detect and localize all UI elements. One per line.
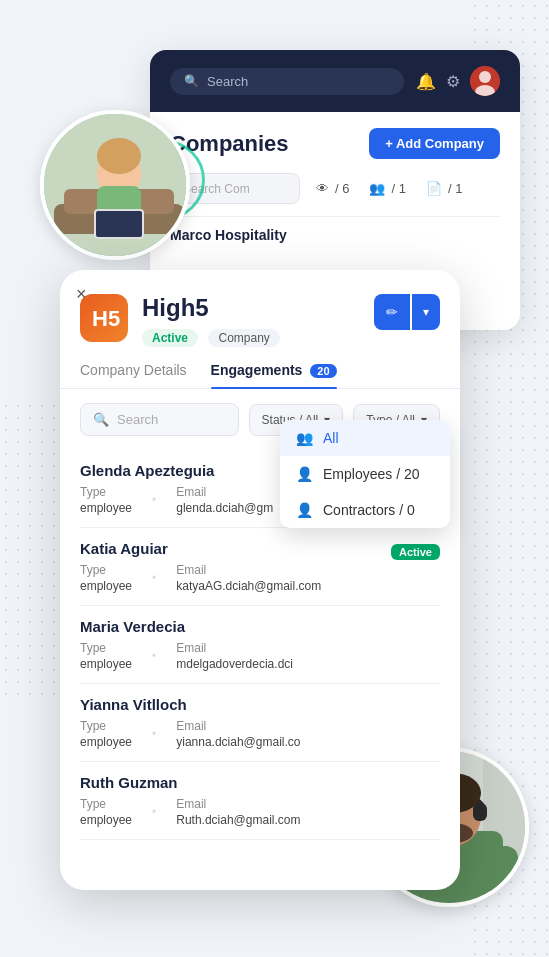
company-name: High5	[142, 294, 280, 322]
search-filter-icon: 🔍	[93, 412, 109, 427]
svg-rect-20	[473, 803, 487, 821]
edit-button[interactable]: ✏	[374, 294, 410, 330]
avatar-person-left	[40, 110, 190, 260]
company-list-item[interactable]: Marco Hospitality	[170, 216, 500, 253]
type-field: Type employee	[80, 719, 132, 749]
settings-icon[interactable]: ⚙	[446, 72, 460, 91]
type-field: Type employee	[80, 485, 132, 515]
user-avatar[interactable]	[470, 66, 500, 96]
table-row[interactable]: Ruth Guzman Type employee • Email Ruth.d…	[80, 762, 440, 840]
svg-point-11	[479, 71, 491, 83]
company-type-badge: Company	[208, 329, 279, 347]
search-text: Search	[207, 74, 248, 89]
email-field: Email glenda.dciah@gm	[176, 485, 273, 515]
email-field: Email yianna.dciah@gmail.co	[176, 719, 300, 749]
employee-name: Katia Aguiar	[80, 540, 168, 557]
employee-name: Glenda Apezteguia	[80, 462, 214, 479]
modal-header: H5 High5 Active Company ✏ ▾	[60, 270, 460, 346]
modal-title-area: High5 Active Company	[142, 294, 280, 346]
bg-search-bar[interactable]: 🔍 Search	[170, 68, 404, 95]
action-buttons: ✏ ▾	[374, 294, 440, 330]
employee-header-row: Katia Aguiar Active	[80, 540, 440, 563]
close-button[interactable]: ×	[76, 284, 87, 305]
all-label: All	[323, 430, 339, 446]
employee-header-row: Maria Verdecia	[80, 618, 440, 641]
stat-contacts: 👥 / 1	[369, 181, 405, 196]
active-badge: Active	[142, 329, 198, 347]
edit-icon: ✏	[386, 304, 398, 320]
company-detail-modal: × H5 High5 Active Company ✏ ▾	[60, 270, 460, 890]
employee-meta: Type employee • Email yianna.dciah@gmail…	[80, 719, 440, 749]
company-badges: Active Company	[142, 328, 280, 346]
svg-point-7	[97, 138, 141, 174]
type-field: Type employee	[80, 797, 132, 827]
bg-card-header: 🔍 Search 🔔 ⚙	[150, 50, 520, 112]
email-field: Email katyaAG.dciah@gmail.com	[176, 563, 321, 593]
contractor-icon: 👤	[296, 502, 313, 518]
contacts-icon: 👥	[369, 181, 385, 196]
engagements-badge: 20	[310, 364, 336, 378]
header-icons: 🔔 ⚙	[416, 66, 500, 96]
company-logo: H5	[80, 294, 128, 342]
employee-meta: Type employee • Email mdelgadoverdecia.d…	[80, 641, 440, 671]
svg-text:H5: H5	[92, 306, 120, 331]
employees-label: Employees / 20	[323, 466, 420, 482]
tab-engagements[interactable]: Engagements 20	[211, 362, 337, 388]
employee-name: Ruth Guzman	[80, 774, 178, 791]
dropdown-item-employees[interactable]: 👤 Employees / 20	[280, 456, 450, 492]
employee-icon: 👤	[296, 466, 313, 482]
notification-icon[interactable]: 🔔	[416, 72, 436, 91]
dropdown-item-all[interactable]: 👥 All	[280, 420, 450, 456]
tab-engagements-label: Engagements	[211, 362, 303, 378]
type-field: Type employee	[80, 641, 132, 671]
companies-title-row: Companies + Add Company	[170, 128, 500, 159]
search-icon: 🔍	[184, 74, 199, 88]
email-field: Email mdelgadoverdecia.dci	[176, 641, 293, 671]
employee-header-row: Yianna Vitlloch	[80, 696, 440, 719]
chevron-down-icon: ▾	[423, 305, 429, 319]
search-filter-input[interactable]: 🔍 Search	[80, 403, 239, 436]
type-field: Type employee	[80, 563, 132, 593]
bg-card-body: Companies + Add Company Search Com 👁 / 6…	[150, 112, 520, 269]
contractors-label: Contractors / 0	[323, 502, 415, 518]
employee-meta: Type employee • Email katyaAG.dciah@gmai…	[80, 563, 440, 593]
stats-row: 👁 / 6 👥 / 1 📄 / 1	[316, 181, 462, 196]
company-name: Marco Hospitality	[170, 227, 287, 243]
dropdown-item-contractors[interactable]: 👤 Contractors / 0	[280, 492, 450, 528]
table-row[interactable]: Katia Aguiar Active Type employee • Emai…	[80, 528, 440, 606]
documents-icon: 📄	[426, 181, 442, 196]
stat-employees: 👁 / 6	[316, 181, 349, 196]
tab-company-details[interactable]: Company Details	[80, 362, 187, 388]
tab-company-details-label: Company Details	[80, 362, 187, 378]
employee-header-row: Ruth Guzman	[80, 774, 440, 797]
employee-name: Yianna Vitlloch	[80, 696, 187, 713]
employee-name: Maria Verdecia	[80, 618, 185, 635]
active-status-badge: Active	[391, 544, 440, 560]
contacts-count: / 1	[391, 181, 405, 196]
table-row[interactable]: Maria Verdecia Type employee • Email mde…	[80, 606, 440, 684]
all-users-icon: 👥	[296, 430, 313, 446]
type-filter-dropdown: 👥 All 👤 Employees / 20 👤 Contractors / 0	[280, 420, 450, 528]
employees-count: / 6	[335, 181, 349, 196]
table-row[interactable]: Yianna Vitlloch Type employee • Email yi…	[80, 684, 440, 762]
search-filter-placeholder: Search	[117, 412, 158, 427]
email-field: Email Ruth.dciah@gmail.com	[176, 797, 300, 827]
documents-count: / 1	[448, 181, 462, 196]
employee-meta: Type employee • Email Ruth.dciah@gmail.c…	[80, 797, 440, 827]
modal-tabs: Company Details Engagements 20	[60, 346, 460, 389]
stat-documents: 📄 / 1	[426, 181, 462, 196]
eye-icon: 👁	[316, 181, 329, 196]
add-company-button[interactable]: + Add Company	[369, 128, 500, 159]
svg-rect-9	[96, 211, 142, 237]
more-options-button[interactable]: ▾	[412, 294, 440, 330]
